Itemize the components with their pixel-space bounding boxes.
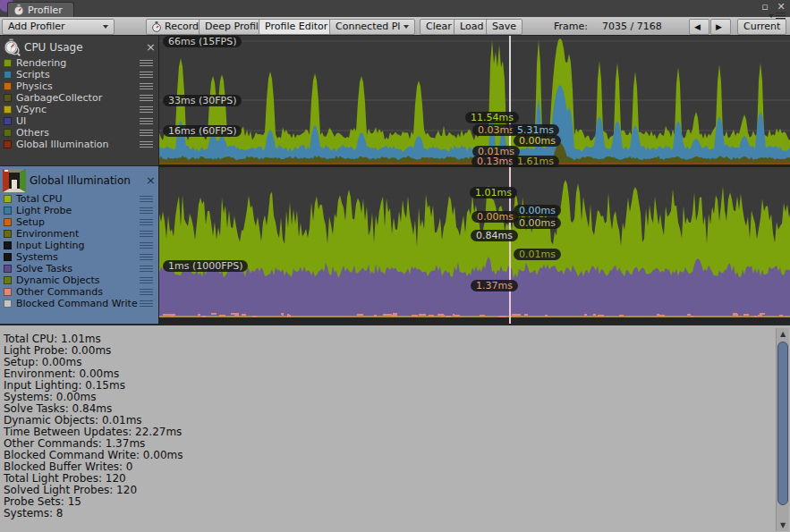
legend-item[interactable]: Total CPU [0,193,158,205]
color-chip [4,241,12,249]
drag-handle-icon[interactable] [140,95,153,101]
drag-handle-icon[interactable] [140,83,153,89]
scrollbar-thumb[interactable] [777,342,788,505]
save-button[interactable]: Save [486,19,522,35]
legend-item[interactable]: Global Illumination [0,139,158,150]
close-icon[interactable]: × [146,42,156,53]
color-chip [4,288,12,296]
drag-handle-icon[interactable] [140,141,153,148]
drag-handle-icon[interactable] [140,118,153,124]
legend-item[interactable]: Physics [0,80,158,92]
legend-label: Light Probe [16,205,72,216]
legend-label: Others [16,127,49,139]
color-chip [4,106,12,114]
color-chip [4,129,12,137]
legend-item[interactable]: Other Commands [0,286,158,298]
drag-handle-icon[interactable] [140,289,153,295]
legend-item[interactable]: GarbageCollector [0,92,158,104]
legend-item[interactable]: Rendering [0,57,158,69]
clear-label: Clear [426,20,452,34]
legend-item[interactable]: Others [0,127,158,139]
stopwatch-icon [152,21,161,32]
clear-button[interactable]: Clear [420,19,458,35]
value-badge: 0.00ms [514,217,561,229]
tab-label: Profiler [28,4,63,16]
global-illumination-icon [3,169,26,192]
legend-label: VSync [16,104,47,115]
drag-handle-icon[interactable] [140,106,153,113]
save-label: Save [492,20,516,34]
drag-handle-icon[interactable] [140,300,153,307]
drag-handle-icon[interactable] [140,231,153,237]
frame-value: 7035 / 7168 [602,17,662,36]
legend-item[interactable]: VSync [0,104,158,115]
stat-line: Probe Sets: 15 [0,496,790,508]
legend-item[interactable]: Scripts [0,69,158,80]
drag-handle-icon[interactable] [140,207,153,214]
profile-editor-button[interactable]: Profile Editor [259,19,334,35]
axis-label: 33ms (30FPS) [163,95,242,106]
stat-line: Input Lighting: 0.15ms [0,380,790,392]
titlebar: Profiler ▫ ✕ [0,0,790,17]
cpu-usage-module[interactable]: CPU Usage × Rendering Scripts Physics Ga… [0,36,158,166]
drag-handle-icon[interactable] [140,196,153,202]
module-title: CPU Usage [24,41,83,54]
legend-item[interactable]: Blocked Command Write [0,298,158,309]
add-profiler-label: Add Profiler [8,20,65,34]
connected-player-label: Connected Playe [336,20,400,34]
axis-label: 16ms (60FPS) [163,125,242,137]
global-illumination-chart[interactable]: 1ms (1000FPS)1.01ms0.00ms0.00ms0.00ms0.8… [159,167,790,324]
color-chip [4,94,12,102]
color-chip [4,265,12,273]
pane-menu-icon[interactable] [769,12,786,20]
legend-item[interactable]: UI [0,115,158,127]
drag-handle-icon[interactable] [140,254,153,260]
scroll-up-icon[interactable]: ▲ [777,328,789,340]
legend-item[interactable]: Solve Tasks [0,263,158,274]
stats-panel: Total CPU: 1.01ms Light Probe: 0.00ms Se… [0,324,790,532]
connected-player-dropdown[interactable]: Connected Playe [329,19,415,35]
next-frame-button[interactable]: ▶ [710,19,731,35]
color-chip [4,82,12,90]
stat-line: Systems: 0.00ms [0,392,790,403]
current-frame-button[interactable]: Current [737,19,786,35]
frame-label: Frame: [554,17,588,36]
legend-item[interactable]: Input Lighting [0,240,158,251]
cpu-usage-chart[interactable]: 66ms (15FPS)33ms (30FPS)16ms (60FPS)11.5… [159,36,790,167]
stats-scrollbar[interactable]: ▲ ▼ [776,328,789,531]
value-badge: 0.00ms [471,211,519,223]
load-button[interactable]: Load [454,19,489,35]
global-illumination-module[interactable]: Global Illumination × Total CPU Light Pr… [0,166,158,324]
value-badge: 0.00ms [514,135,561,147]
legend-item[interactable]: Systems [0,251,158,263]
scroll-down-icon[interactable]: ▼ [777,519,789,531]
tab-profiler[interactable]: Profiler [7,2,74,18]
add-profiler-dropdown[interactable]: Add Profiler [2,19,115,35]
value-badge: 0.84ms [471,230,518,241]
drag-handle-icon[interactable] [140,242,153,249]
stopwatch-icon [13,4,24,16]
chart-column: 66ms (15FPS)33ms (30FPS)16ms (60FPS)11.5… [159,36,790,324]
drag-handle-icon[interactable] [140,219,153,225]
color-chip [4,218,12,226]
value-badge: 1.37ms [471,280,518,291]
drag-handle-icon[interactable] [140,266,153,272]
profiler-window: Profiler ▫ ✕ Add Profiler Record Deep Pr… [0,0,790,532]
legend-item[interactable]: Setup [0,216,158,228]
drag-handle-icon[interactable] [140,72,153,78]
legend-item[interactable]: Dynamic Objects [0,274,158,286]
drag-handle-icon[interactable] [140,60,153,66]
legend-item[interactable]: Environment [0,228,158,240]
legend-item[interactable]: Light Probe [0,205,158,216]
drag-handle-icon[interactable] [140,130,153,136]
color-chip [4,117,12,125]
legend-label: Scripts [16,69,50,80]
drag-handle-icon[interactable] [140,277,153,283]
color-chip [4,230,12,238]
record-button[interactable]: Record [146,19,205,35]
close-icon[interactable]: × [146,175,156,186]
prev-frame-button[interactable]: ◀ [689,19,709,35]
legend-label: Other Commands [16,286,103,298]
axis-label: 1ms (1000FPS) [163,260,248,272]
axis-label: 66ms (15FPS) [163,36,242,47]
